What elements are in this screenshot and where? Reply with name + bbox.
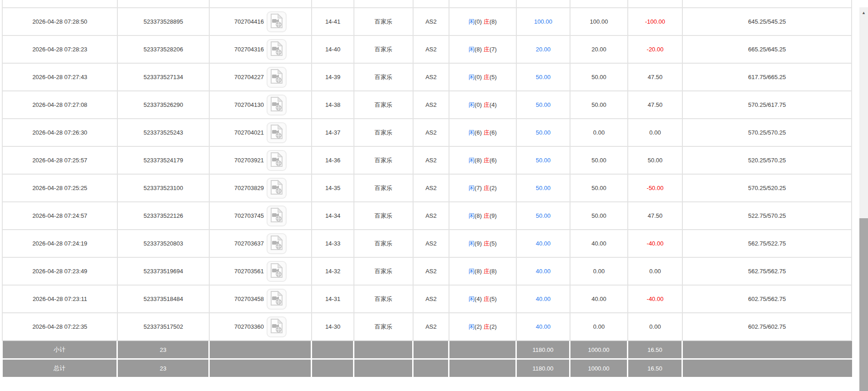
result-player: 闲(0) <box>469 73 482 81</box>
cell-win-loss: -50.00 <box>628 175 683 201</box>
video-file-icon <box>270 152 283 169</box>
cell-game-type: 百家乐 <box>354 202 414 229</box>
video-replay-button[interactable] <box>267 233 287 254</box>
video-replay-button[interactable] <box>267 150 287 171</box>
cell-round-number: 14-41 <box>312 8 354 35</box>
result-banker-label: 庄 <box>484 185 490 191</box>
result-banker-label: 庄 <box>484 323 490 330</box>
cell-table-name: AS2 <box>414 286 449 312</box>
cell-game-type: 百家乐 <box>354 230 414 257</box>
cell-bet-amount: 40.00 <box>517 258 570 285</box>
footer-game-number <box>210 360 312 377</box>
table-row: 2026-04-28 07:27:08523373526290702704130… <box>2 91 852 119</box>
cell-win-loss: -20.00 <box>628 36 683 63</box>
result-banker-label: 庄 <box>484 18 490 25</box>
cell-game-number: 702703458 <box>210 286 312 312</box>
footer-result <box>449 360 517 377</box>
cell-order-id: 523373522126 <box>118 202 210 229</box>
cell-valid-amount: 20.00 <box>570 36 628 63</box>
video-file-icon <box>270 96 283 113</box>
bet-amount-link[interactable]: 50.00 <box>536 129 551 136</box>
result-player-points: (8) <box>474 157 482 164</box>
cell-bet-time: 2026-04-28 07:27:43 <box>3 64 118 90</box>
table-row: 2026-04-28 07:28:23523373528206702704316… <box>2 36 852 64</box>
result-banker: 庄(4) <box>484 101 497 109</box>
bet-amount-link[interactable]: 40.00 <box>536 323 551 330</box>
video-replay-button[interactable] <box>267 289 287 310</box>
clipped-cell <box>683 0 852 7</box>
cell-bet-amount: 50.00 <box>517 119 570 146</box>
result-player-points: (0) <box>474 18 482 25</box>
result-banker-points: (5) <box>490 240 497 247</box>
clipped-cell <box>517 0 570 7</box>
cell-round-number: 14-37 <box>312 119 354 146</box>
cell-bet-time: 2026-04-28 07:25:25 <box>3 175 118 201</box>
result-banker-points: (2) <box>490 185 497 191</box>
cell-order-id: 523373518484 <box>118 286 210 312</box>
bet-amount-link[interactable]: 20.00 <box>536 46 551 53</box>
bet-amount-link[interactable]: 100.00 <box>534 18 552 25</box>
cell-result: 闲(0)庄(5) <box>449 64 517 90</box>
cell-table-name: AS2 <box>414 8 449 35</box>
video-replay-button[interactable] <box>267 316 287 337</box>
bet-amount-link[interactable]: 50.00 <box>536 101 551 108</box>
video-replay-button[interactable] <box>267 122 287 143</box>
video-file-icon <box>270 207 283 224</box>
video-file-icon <box>270 69 283 85</box>
bet-amount-link[interactable]: 40.00 <box>536 296 551 302</box>
cell-bet-time: 2026-04-28 07:27:08 <box>3 91 118 118</box>
bet-amount-link[interactable]: 40.00 <box>536 240 551 247</box>
result-player-points: (8) <box>474 212 482 219</box>
cell-bet-time: 2026-04-28 07:26:30 <box>3 119 118 146</box>
bet-amount-link[interactable]: 50.00 <box>536 157 551 164</box>
cell-game-number: 702703745 <box>210 202 312 229</box>
footer-game-number <box>210 341 312 358</box>
result-player-points: (4) <box>474 296 482 302</box>
video-replay-button[interactable] <box>267 39 287 60</box>
cell-game-number: 702704316 <box>210 36 312 63</box>
cell-bet-amount: 20.00 <box>517 36 570 63</box>
result-player: 闲(8) <box>469 45 482 54</box>
video-replay-button[interactable] <box>267 178 287 199</box>
cell-result: 闲(8)庄(7) <box>449 36 517 63</box>
result-player-points: (8) <box>474 46 482 53</box>
game-number-text: 702704316 <box>234 46 264 53</box>
cell-table-name: AS2 <box>414 175 449 201</box>
cell-bet-time: 2026-04-28 07:23:11 <box>3 286 118 312</box>
scrollbar-up-icon[interactable]: ▲ <box>859 10 868 15</box>
cell-game-type: 百家乐 <box>354 313 414 340</box>
bet-amount-link[interactable]: 50.00 <box>536 185 551 191</box>
clipped-cell <box>628 0 683 7</box>
scrollbar-thumb[interactable] <box>859 218 868 391</box>
game-number-text: 702703360 <box>234 323 264 330</box>
cell-bet-time: 2026-04-28 07:22:35 <box>3 313 118 340</box>
bet-amount-link[interactable]: 40.00 <box>536 268 551 275</box>
bet-amount-link[interactable]: 50.00 <box>536 74 551 80</box>
table-footer: 小计231180.001000.0016.50总计231180.001000.0… <box>2 341 852 377</box>
video-replay-button[interactable] <box>267 11 287 32</box>
cell-round-number: 14-40 <box>312 36 354 63</box>
table-row: 2026-04-28 07:22:35523373517502702703360… <box>2 313 852 341</box>
vertical-scrollbar[interactable]: ▲ <box>859 7 868 391</box>
cell-round-number: 14-36 <box>312 147 354 174</box>
video-replay-button[interactable] <box>267 261 287 282</box>
cell-win-loss: 0.00 <box>628 313 683 340</box>
clipped-cell <box>414 0 449 7</box>
result-banker: 庄(5) <box>484 73 497 81</box>
cell-valid-amount: 100.00 <box>570 8 628 35</box>
cell-order-id: 523373524179 <box>118 147 210 174</box>
result-player-points: (7) <box>474 185 482 191</box>
cell-win-loss: 0.00 <box>628 258 683 285</box>
clipped-cell <box>354 0 414 7</box>
result-banker: 庄(9) <box>484 212 497 220</box>
video-replay-button[interactable] <box>267 95 287 115</box>
video-replay-button[interactable] <box>267 67 287 88</box>
cell-valid-amount: 0.00 <box>570 258 628 285</box>
cell-win-loss: 47.50 <box>628 91 683 118</box>
video-replay-button[interactable] <box>267 206 287 226</box>
bet-amount-link[interactable]: 50.00 <box>536 212 551 219</box>
cell-valid-amount: 50.00 <box>570 147 628 174</box>
cell-game-type: 百家乐 <box>354 175 414 201</box>
cell-table-name: AS2 <box>414 119 449 146</box>
clipped-cell <box>312 0 354 7</box>
